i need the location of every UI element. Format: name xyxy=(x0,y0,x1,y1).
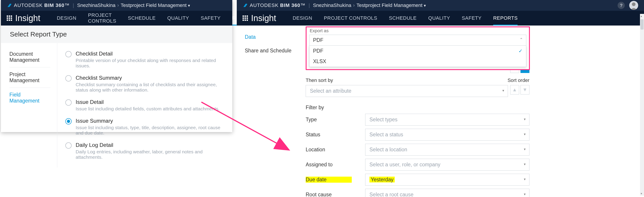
report-option-desc: Daily Log entries, including weather, la… xyxy=(76,149,224,160)
report-option-desc: Issue list including status, type, title… xyxy=(76,125,224,136)
then-sort-by-label: Then sort by xyxy=(306,78,333,83)
page-title: Select Report Type xyxy=(1,26,232,43)
export-as-label: Export as xyxy=(306,27,529,35)
chevron-right-icon: › xyxy=(117,2,119,8)
sidebar-item-field-management[interactable]: Field Management xyxy=(10,88,50,108)
module-switcher-icon[interactable] xyxy=(7,16,12,21)
report-option[interactable]: Checklist Summary Checklist summary cont… xyxy=(65,72,224,96)
filter-status-select[interactable]: Select a status▾ xyxy=(365,129,530,140)
filter-type-select[interactable]: Select types▾ xyxy=(365,114,530,126)
module-switcher-icon[interactable] xyxy=(242,16,248,21)
brand-text: AUTODESK BIM 360™ xyxy=(14,2,70,8)
nav-quality[interactable]: QUALITY xyxy=(161,11,195,26)
then-sort-by-select[interactable]: Select an attribute ▾ xyxy=(306,85,508,97)
filter-root-cause-select[interactable]: Select a root cause▾ xyxy=(365,189,530,197)
sort-asc-button[interactable]: ▲ xyxy=(510,85,519,94)
chevron-down-icon: ▾ xyxy=(524,147,526,151)
sidebar-tab-share-schedule[interactable]: Share and Schedule xyxy=(245,46,293,59)
export-as-group: Export as PDF ⌃ PDF ✓ XLSX xyxy=(306,26,530,70)
caret-down-icon: ▾ xyxy=(424,3,426,8)
module-title: Insight xyxy=(15,14,40,23)
nav-design[interactable]: DESIGN xyxy=(287,11,318,26)
filter-location-label: Location xyxy=(306,147,365,153)
autodesk-logo-icon xyxy=(7,3,12,8)
separator: | xyxy=(308,2,310,8)
chevron-down-icon: ▾ xyxy=(524,177,526,181)
report-option-title: Issue Summary xyxy=(76,118,224,124)
nav-project-controls[interactable]: PROJECT CONTROLS xyxy=(82,11,122,26)
filter-due-date-select[interactable]: Yesterday ▾ xyxy=(365,174,530,186)
breadcrumb-user[interactable]: SnezhinaShukina xyxy=(77,2,116,8)
scroll-up-icon[interactable]: ▴ xyxy=(641,14,642,18)
filter-assigned-to-label: Assigned to xyxy=(306,162,365,168)
config-content: Export as PDF ⌃ PDF ✓ XLSX xyxy=(293,28,644,197)
chevron-down-icon: ▾ xyxy=(524,117,526,121)
config-sidebar: Data Share and Schedule xyxy=(237,28,293,197)
header-nav: Insight DESIGN PROJECT CONTROLS SCHEDULE… xyxy=(1,11,232,26)
report-option[interactable]: Issue Summary Issue list including statu… xyxy=(65,114,224,139)
breadcrumb-user[interactable]: SnezhinaShukina xyxy=(313,2,351,8)
nav-project-controls[interactable]: PROJECT CONTROLS xyxy=(318,11,383,26)
export-as-select[interactable]: PDF ⌃ xyxy=(309,35,526,46)
export-option-xlsx[interactable]: XLSX xyxy=(310,56,526,67)
export-option-pdf[interactable]: PDF ✓ xyxy=(310,46,526,56)
sort-desc-button[interactable]: ▼ xyxy=(520,85,530,94)
nav-safety[interactable]: SAFETY xyxy=(456,11,487,26)
vertical-scrollbar[interactable]: ▴ ▾ xyxy=(640,14,644,196)
report-option-desc: Checklist summary containing a list of c… xyxy=(76,82,224,93)
report-category-sidebar: Document Management Project Management F… xyxy=(1,43,57,168)
scroll-down-icon[interactable]: ▾ xyxy=(641,192,642,195)
report-option[interactable]: Checklist Detail Printable version of yo… xyxy=(65,48,224,72)
report-option[interactable]: Daily Log Detail Daily Log entries, incl… xyxy=(65,139,224,163)
sidebar-item-document-management[interactable]: Document Management xyxy=(10,47,50,68)
sidebar-tab-data[interactable]: Data xyxy=(245,32,293,46)
header-nav: Insight DESIGN PROJECT CONTROLS SCHEDULE… xyxy=(237,11,644,26)
nav-schedule[interactable]: SCHEDULE xyxy=(122,11,162,26)
nav-schedule[interactable]: SCHEDULE xyxy=(383,11,422,26)
radio-issue-summary[interactable] xyxy=(65,118,72,124)
sort-order-label: Sort order xyxy=(508,78,530,83)
export-as-dropdown: PDF ✓ XLSX xyxy=(309,46,526,67)
help-icon[interactable]: ? xyxy=(618,2,625,9)
separator: | xyxy=(73,2,74,8)
chevron-down-icon: ▾ xyxy=(524,192,526,196)
radio-issue-detail[interactable] xyxy=(65,100,72,106)
report-option-desc: Printable version of your checklist alon… xyxy=(76,58,224,68)
chevron-up-icon: ⌃ xyxy=(520,37,523,42)
brand-text: AUTODESK BIM 360™ xyxy=(250,2,306,8)
module-title: Insight xyxy=(251,14,276,23)
panel-report-config: AUTODESK BIM 360™ | SnezhinaShukina › Te… xyxy=(237,0,644,197)
nav-safety[interactable]: SAFETY xyxy=(195,11,226,26)
breadcrumb-project[interactable]: Testproject Field Management▾ xyxy=(120,2,190,8)
filter-assigned-to-select[interactable]: Select a user, role, or company▾ xyxy=(365,159,530,170)
filter-status-label: Status xyxy=(306,132,365,138)
chevron-down-icon: ▾ xyxy=(524,132,526,136)
report-options-list: Checklist Detail Printable version of yo… xyxy=(57,43,232,168)
breadcrumb-project[interactable]: Testproject Field Management▾ xyxy=(356,2,426,8)
chevron-down-icon: ▾ xyxy=(502,88,504,93)
report-option[interactable]: Issue Detail Issue list including detail… xyxy=(65,96,224,114)
filter-location-select[interactable]: Select a location▾ xyxy=(365,144,530,156)
chevron-down-icon: ▾ xyxy=(524,162,526,166)
filter-type-label: Type xyxy=(306,117,365,123)
header-top: AUTODESK BIM 360™ | SnezhinaShukina › Te… xyxy=(1,0,232,11)
radio-checklist-summary[interactable] xyxy=(65,75,72,82)
scrollbar-thumb[interactable] xyxy=(640,19,644,30)
user-avatar[interactable] xyxy=(629,1,638,10)
report-option-title: Issue Detail xyxy=(76,99,220,105)
filter-by-title: Filter by xyxy=(306,104,530,110)
nav-quality[interactable]: QUALITY xyxy=(422,11,456,26)
panel-report-type: AUTODESK BIM 360™ | SnezhinaShukina › Te… xyxy=(1,0,232,132)
sidebar-item-project-management[interactable]: Project Management xyxy=(10,68,50,88)
report-option-title: Checklist Detail xyxy=(76,50,224,57)
filter-due-date-label: Due date xyxy=(306,177,352,183)
check-icon: ✓ xyxy=(518,48,522,54)
nav-reports[interactable]: REPORTS xyxy=(487,11,524,26)
report-option-title: Daily Log Detail xyxy=(76,142,224,148)
nav-design[interactable]: DESIGN xyxy=(51,11,82,26)
svg-point-2 xyxy=(632,2,636,6)
radio-checklist-detail[interactable] xyxy=(65,51,72,57)
report-option-desc: Issue list including detailed fields, cu… xyxy=(76,106,220,112)
caret-down-icon: ▾ xyxy=(188,3,190,8)
radio-daily-log-detail[interactable] xyxy=(65,142,72,149)
